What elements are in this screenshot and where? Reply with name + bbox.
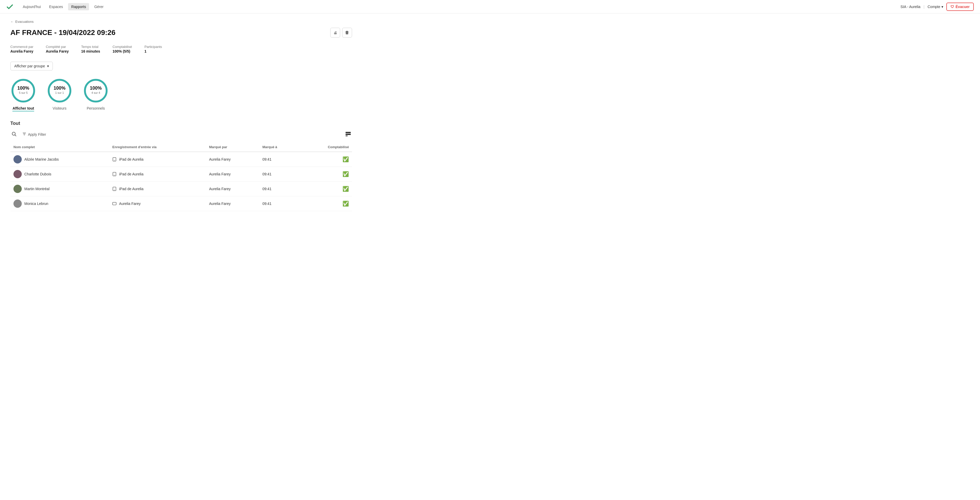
nav-aujourdhui[interactable]: Aujourd'hui <box>20 3 44 10</box>
circle-all-label: Afficher tout <box>13 106 34 112</box>
meta-value-comptabilise: 100% (5/5) <box>113 49 132 53</box>
nav-espaces[interactable]: Espaces <box>46 3 66 10</box>
nav-rapports[interactable]: Rapports <box>68 3 89 10</box>
delete-button[interactable]: 🗑 <box>342 28 352 38</box>
back-arrow-icon: ← <box>10 20 14 24</box>
col-counted: Comptabilisé <box>299 142 352 152</box>
cell-marked-at-0: 09:41 <box>259 152 300 167</box>
check-icon-1: ✅ <box>342 171 349 177</box>
col-marked-at: Marqué à <box>259 142 300 152</box>
cell-entry-0: iPad de Aurelia <box>109 152 206 167</box>
chevron-down-icon: ▾ <box>47 64 49 68</box>
svg-rect-17 <box>345 132 351 133</box>
search-button[interactable] <box>10 130 18 138</box>
check-icon-3: ✅ <box>342 201 349 206</box>
circle-all[interactable]: 100% 5 sur 5 Afficher tout <box>10 78 36 112</box>
apply-filter-button[interactable]: Apply Filter <box>20 131 48 138</box>
svg-text:100%: 100% <box>54 86 65 91</box>
cell-marked-at-1: 09:41 <box>259 167 300 182</box>
col-entry: Enregistrement d'entrée via <box>109 142 206 152</box>
cell-name-0: Alizée Marine Jacobs <box>10 152 109 167</box>
navbar: Aujourd'hui Espaces Rapports Gérer SIA -… <box>0 0 980 13</box>
avatar-3 <box>13 200 22 208</box>
table-row[interactable]: Monica Lebrun Aurelia Farey Aurelia Fare… <box>10 196 352 211</box>
filter-icon <box>22 132 26 137</box>
table-row[interactable]: Charlotte Dubois iPad de Aurelia Aurelia… <box>10 167 352 182</box>
group-filter-button[interactable]: Afficher par groupe ▾ <box>10 62 53 70</box>
circle-visitors[interactable]: 100% 1 sur 1 Visiteurs <box>46 78 73 112</box>
check-icon-0: ✅ <box>342 157 349 162</box>
cell-entry-2: iPad de Aurelia <box>109 182 206 196</box>
cell-name-3: Monica Lebrun <box>10 196 109 211</box>
cell-entry-1: iPad de Aurelia <box>109 167 206 182</box>
cell-entry-3: Aurelia Farey <box>109 196 206 211</box>
meta-label-comptabilise: Comptabilisé <box>113 45 132 49</box>
meta-label-participants: Participants <box>145 45 162 49</box>
svg-point-23 <box>114 175 115 176</box>
cell-counted-1: ✅ <box>299 167 352 182</box>
nav-links: Aujourd'hui Espaces Rapports Gérer <box>20 3 107 10</box>
cell-name-2: Martin Montréal <box>10 182 109 196</box>
table-body: Alizée Marine Jacobs iPad de Aurelia Aur… <box>10 152 352 211</box>
check-icon-2: ✅ <box>342 186 349 192</box>
column-toggle-button[interactable] <box>344 131 352 138</box>
cell-marked-at-3: 09:41 <box>259 196 300 211</box>
avatar-0 <box>13 155 22 163</box>
section-title: Tout <box>10 121 352 126</box>
meta-label-completed: Complété par <box>46 45 69 49</box>
col-marked-by: Marqué par <box>206 142 259 152</box>
col-nom: Nom complet <box>10 142 109 152</box>
meta-commenced-par: Commencé par Aurelia Farey <box>10 45 33 53</box>
table-toolbar: Apply Filter <box>10 130 352 138</box>
circle-visitors-label: Visiteurs <box>52 106 66 110</box>
nav-gerer[interactable]: Gérer <box>91 3 107 10</box>
meta-label-commenced: Commencé par <box>10 45 33 49</box>
svg-rect-27 <box>113 205 115 205</box>
svg-point-9 <box>85 80 107 102</box>
circle-staff-label: Personnels <box>87 106 105 110</box>
meta-value-commenced: Aurelia Farey <box>10 49 33 53</box>
meta-value-participants: 1 <box>145 49 162 53</box>
breadcrumb[interactable]: ← Evacuations <box>10 20 352 24</box>
circles-row: 100% 5 sur 5 Afficher tout 100% 1 sur 1 … <box>10 78 352 112</box>
circle-staff[interactable]: 100% 4 sur 4 Personnels <box>83 78 109 112</box>
nav-site: SIA - Aurelia <box>900 5 921 9</box>
data-table: Nom complet Enregistrement d'entrée via … <box>10 142 352 211</box>
svg-text:4 sur 4: 4 sur 4 <box>91 91 100 94</box>
svg-text:5 sur 5: 5 sur 5 <box>19 91 28 94</box>
nav-compte[interactable]: Compte ▾ <box>928 5 943 9</box>
meta-completed-par: Complété par Aurelia Farey <box>46 45 69 53</box>
svg-line-13 <box>15 135 16 136</box>
svg-point-25 <box>114 190 115 190</box>
trash-icon: 🗑 <box>345 30 349 35</box>
avatar-1 <box>13 170 22 178</box>
cell-counted-0: ✅ <box>299 152 352 167</box>
shield-icon: 🛡 <box>950 5 954 9</box>
cell-counted-2: ✅ <box>299 182 352 196</box>
columns-icon <box>345 133 351 137</box>
table-row[interactable]: Martin Montréal iPad de Aurelia Aurelia … <box>10 182 352 196</box>
cell-marked-by-3: Aurelia Farey <box>206 196 259 211</box>
meta-temps-total: Temps total 16 minutes <box>81 45 100 53</box>
cell-marked-by-0: Aurelia Farey <box>206 152 259 167</box>
meta-row: Commencé par Aurelia Farey Complété par … <box>10 45 352 53</box>
meta-participants: Participants 1 <box>145 45 162 53</box>
print-button[interactable]: 🖨 <box>330 28 340 38</box>
cell-name-1: Charlotte Dubois <box>10 167 109 182</box>
nav-divider: | <box>924 5 924 9</box>
table-section: Tout Apply Filt <box>10 121 352 211</box>
meta-value-completed: Aurelia Farey <box>46 49 69 53</box>
title-actions: 🖨 🗑 <box>330 28 352 38</box>
cell-counted-3: ✅ <box>299 196 352 211</box>
svg-text:100%: 100% <box>90 86 102 91</box>
chevron-down-icon: ▾ <box>942 5 943 9</box>
table-row[interactable]: Alizée Marine Jacobs iPad de Aurelia Aur… <box>10 152 352 167</box>
nav-right: SIA - Aurelia | Compte ▾ 🛡 Évacuer <box>900 3 974 11</box>
svg-point-1 <box>13 80 34 102</box>
meta-value-temps: 16 minutes <box>81 49 100 53</box>
svg-rect-26 <box>113 202 116 205</box>
table-header: Nom complet Enregistrement d'entrée via … <box>10 142 352 152</box>
avatar-2 <box>13 185 22 193</box>
cell-marked-by-2: Aurelia Farey <box>206 182 259 196</box>
evacuer-button[interactable]: 🛡 Évacuer <box>947 3 974 11</box>
